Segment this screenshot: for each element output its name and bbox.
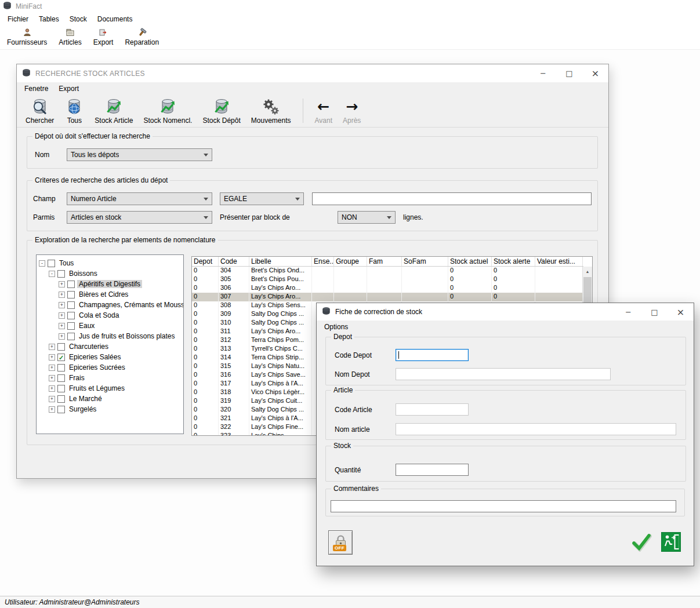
collapse-icon[interactable]: - bbox=[39, 260, 45, 267]
tree-item-le-march[interactable]: +Le Marché bbox=[37, 394, 183, 404]
tree-checkbox[interactable] bbox=[57, 385, 65, 392]
tree-item-frais[interactable]: +Frais bbox=[37, 373, 183, 383]
exit-button[interactable] bbox=[660, 531, 682, 554]
correction-dialog-titlebar[interactable]: Fiche de correction de stock − □ × bbox=[317, 303, 694, 321]
tree-item-bi-res-et-cidres[interactable]: +Bières et Cidres bbox=[37, 289, 183, 300]
parmis-select[interactable]: Articles en stock bbox=[67, 211, 212, 224]
table-row[interactable]: 0307Lay's Chips Aro...00 bbox=[192, 293, 583, 301]
column-header-sofam[interactable]: SoFam bbox=[402, 257, 448, 266]
expand-icon[interactable]: + bbox=[59, 333, 65, 340]
comments-input[interactable] bbox=[331, 500, 676, 512]
tree-checkbox[interactable] bbox=[48, 260, 55, 267]
tree-item-fruits-et-l-gumes[interactable]: +Fruits et Légumes bbox=[37, 383, 183, 394]
expand-icon[interactable]: + bbox=[49, 375, 55, 381]
toolbar-button-avant[interactable]: ←Avant bbox=[310, 96, 338, 126]
column-header-stock-actuel[interactable]: Stock actuel bbox=[448, 257, 492, 266]
champ-select[interactable]: Numero Article bbox=[67, 192, 212, 205]
menu-documents[interactable]: Documents bbox=[92, 14, 138, 24]
close-button[interactable]: × bbox=[582, 64, 608, 82]
minimize-button[interactable]: − bbox=[615, 303, 641, 321]
table-row[interactable]: 0304Bret's Chips Ond...00 bbox=[192, 267, 583, 275]
expand-icon[interactable]: + bbox=[59, 302, 65, 308]
menu-fichier[interactable]: Fichier bbox=[2, 14, 34, 24]
tree-item-boissons[interactable]: -Boissons bbox=[37, 268, 183, 279]
tree-checkbox[interactable] bbox=[57, 343, 65, 351]
tree-checkbox[interactable]: ✓ bbox=[57, 354, 65, 361]
operator-select[interactable]: EGALE bbox=[220, 192, 304, 205]
tree-item-champagnes-cr-mants-et-mouss[interactable]: +Champagnes, Crémants et Mouss... bbox=[37, 300, 183, 310]
toolbar-button-stock-nomencl[interactable]: Stock Nomencl. bbox=[138, 96, 197, 126]
expand-icon[interactable]: + bbox=[59, 312, 65, 319]
expand-icon[interactable]: + bbox=[59, 323, 65, 329]
tree-checkbox[interactable] bbox=[67, 301, 75, 309]
toolbar-button-fournisseurs[interactable]: Fournisseurs bbox=[1, 26, 53, 48]
tree-checkbox[interactable] bbox=[67, 291, 75, 298]
tree-item-epiceries-sucr-es[interactable]: +Epiceries Sucrées bbox=[37, 362, 183, 373]
column-header-code[interactable]: Code bbox=[219, 257, 249, 266]
expand-icon[interactable]: + bbox=[49, 406, 55, 413]
tree-item-jus-de-fruits-et-boissons-plates[interactable]: +Jus de fruits et Boissons plates bbox=[37, 331, 183, 341]
tree-item-tous[interactable]: -Tous bbox=[37, 258, 183, 268]
table-row[interactable]: 0305Bret's Chips Pou...00 bbox=[192, 275, 583, 284]
expand-icon[interactable]: + bbox=[49, 344, 55, 350]
minimize-button[interactable]: − bbox=[530, 64, 556, 82]
toolbar-button-reparation[interactable]: Reparation bbox=[119, 26, 165, 48]
maximize-button[interactable]: □ bbox=[556, 64, 582, 82]
toolbar-button-articles[interactable]: Articles bbox=[53, 26, 87, 48]
expand-icon[interactable]: + bbox=[49, 365, 55, 371]
tree-item-charcuteries[interactable]: +Charcuteries bbox=[37, 341, 183, 352]
search-menu-fenetre[interactable]: Fenetre bbox=[19, 83, 53, 94]
column-header-stock-alerte[interactable]: Stock alerte bbox=[492, 257, 535, 266]
menu-stock[interactable]: Stock bbox=[64, 14, 92, 24]
block-select[interactable]: NON bbox=[338, 211, 396, 224]
toolbar-button-mouvements[interactable]: Mouvements bbox=[246, 96, 296, 126]
lock-button[interactable]: OFF bbox=[328, 530, 353, 555]
column-header-ense[interactable]: Ense... bbox=[312, 257, 334, 266]
depot-select[interactable]: Tous les dépots bbox=[67, 148, 212, 161]
scroll-up-button[interactable]: ▲ bbox=[583, 267, 592, 276]
tree-checkbox[interactable] bbox=[67, 312, 75, 319]
column-header-valeur-esti[interactable]: Valeur esti... bbox=[535, 257, 583, 266]
toolbar-button-tous[interactable]: Tous bbox=[59, 96, 89, 126]
toolbar-button-stock-d-p-t[interactable]: Stock Dépôt bbox=[197, 96, 245, 126]
toolbar-button-apr-s[interactable]: →Après bbox=[338, 96, 366, 126]
table-row[interactable]: 0306Lay's Chips Aro...00 bbox=[192, 284, 583, 293]
column-header-depot[interactable]: Depot bbox=[192, 257, 219, 266]
menu-tables[interactable]: Tables bbox=[34, 14, 64, 24]
search-value-input[interactable] bbox=[312, 192, 592, 205]
collapse-icon[interactable]: - bbox=[49, 271, 55, 277]
column-header-libelle[interactable]: Libelle bbox=[249, 257, 312, 266]
search-menu-export[interactable]: Export bbox=[53, 83, 84, 94]
tree-item-cola-et-soda[interactable]: +Cola et Soda bbox=[37, 310, 183, 321]
toolbar-button-chercher[interactable]: Chercher bbox=[20, 96, 59, 126]
expand-icon[interactable]: + bbox=[49, 354, 55, 361]
code-depot-input[interactable] bbox=[396, 349, 469, 361]
tree-checkbox[interactable] bbox=[67, 281, 75, 288]
validate-button[interactable] bbox=[630, 533, 654, 554]
toolbar-button-export[interactable]: Export bbox=[88, 26, 119, 48]
tree-checkbox[interactable] bbox=[57, 395, 65, 403]
tree-checkbox[interactable] bbox=[57, 406, 65, 413]
maximize-button[interactable]: □ bbox=[641, 303, 668, 321]
tree-item-epiceries-sal-es[interactable]: +✓Epiceries Salées bbox=[37, 352, 183, 362]
tree-checkbox[interactable] bbox=[57, 374, 65, 382]
column-header-groupe[interactable]: Groupe bbox=[334, 257, 367, 266]
expand-icon[interactable]: + bbox=[59, 281, 65, 287]
tree-item-eaux[interactable]: +Eaux bbox=[37, 321, 183, 331]
tree-item-ap-ritifs-et-digestifs[interactable]: +Apéritifs et Digestifs bbox=[37, 279, 183, 289]
close-button[interactable]: × bbox=[668, 303, 694, 321]
search-window-titlebar[interactable]: RECHERCHE STOCK ARTICLES − □ × bbox=[17, 64, 608, 82]
tree-item-surgel-s[interactable]: +Surgelés bbox=[37, 404, 183, 414]
expand-icon[interactable]: + bbox=[49, 385, 55, 392]
expand-icon[interactable]: + bbox=[59, 292, 65, 298]
column-header-fam[interactable]: Fam bbox=[367, 257, 402, 266]
tree-checkbox[interactable] bbox=[57, 364, 65, 372]
tree-checkbox[interactable] bbox=[67, 333, 75, 340]
main-titlebar[interactable]: MiniFact bbox=[0, 0, 700, 13]
quantity-input[interactable] bbox=[396, 464, 469, 476]
expand-icon[interactable]: + bbox=[49, 396, 55, 402]
dialog-menu-options[interactable]: Options bbox=[319, 322, 353, 332]
tree-checkbox[interactable] bbox=[57, 270, 65, 278]
tree-checkbox[interactable] bbox=[67, 322, 75, 330]
toolbar-button-stock-article[interactable]: Stock Article bbox=[89, 96, 138, 126]
